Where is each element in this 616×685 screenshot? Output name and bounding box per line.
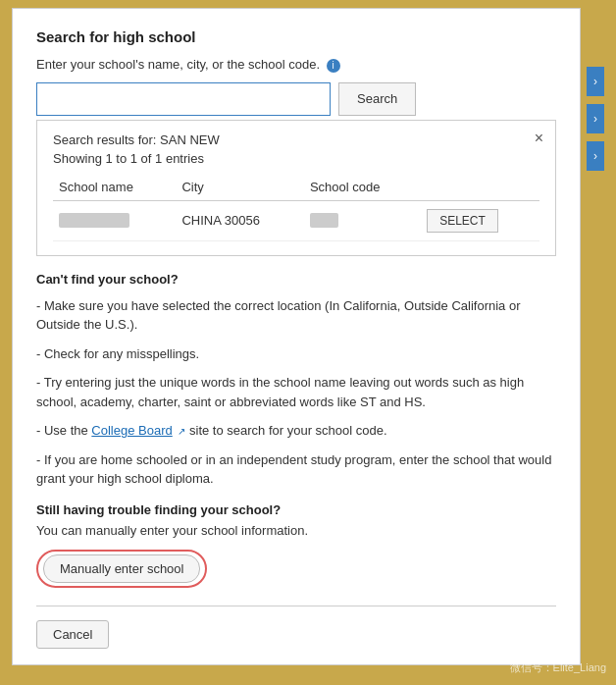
cancel-button[interactable]: Cancel xyxy=(36,620,109,649)
help-section: Can't find your school? - Make sure you … xyxy=(36,272,556,489)
help-tip-2: - Check for any misspellings. xyxy=(36,344,556,364)
chevron-btn-3[interactable]: › xyxy=(587,141,604,171)
col-city: City xyxy=(176,176,304,201)
school-code-blurred xyxy=(310,213,338,228)
manual-section: Still having trouble finding your school… xyxy=(36,502,556,588)
chevron-btn-2[interactable]: › xyxy=(587,104,604,133)
search-row: Search xyxy=(36,82,556,116)
college-board-link[interactable]: College Board xyxy=(91,423,172,438)
manually-enter-school-button[interactable]: Manually enter school xyxy=(43,554,200,583)
school-name-cell xyxy=(53,200,176,240)
col-school-name: School name xyxy=(53,176,176,201)
school-code-cell xyxy=(304,200,421,240)
external-link-icon: ↗ xyxy=(178,426,185,437)
close-button[interactable]: × xyxy=(535,131,543,146)
select-cell: SELECT xyxy=(421,200,539,240)
help-title: Can't find your school? xyxy=(36,272,556,287)
help-tip-1: - Make sure you have selected the correc… xyxy=(36,296,556,335)
manual-title: Still having trouble finding your school… xyxy=(36,502,556,517)
help-tip-4: - Use the College Board ↗ site to search… xyxy=(36,421,556,441)
chevron-btn-1[interactable]: › xyxy=(587,67,604,96)
select-button[interactable]: SELECT xyxy=(427,209,498,233)
manual-btn-circle: Manually enter school xyxy=(36,550,207,588)
subtitle: Enter your school's name, city, or the s… xyxy=(36,57,556,73)
search-button[interactable]: Search xyxy=(338,82,416,116)
manual-desc: You can manually enter your school infor… xyxy=(36,523,556,538)
results-table: School name City School code xyxy=(53,176,539,241)
right-sidebar: › › › xyxy=(587,67,604,171)
watermark: 微信号：Elite_Liang xyxy=(510,660,606,675)
page-title: Search for high school xyxy=(36,28,556,45)
search-input[interactable] xyxy=(36,82,331,116)
divider xyxy=(36,606,556,606)
results-header: Search results for: SAN NEW xyxy=(53,132,539,147)
help-tip-5: - If you are home schooled or in an inde… xyxy=(36,450,556,489)
results-panel: × Search results for: SAN NEW Showing 1 … xyxy=(36,120,556,256)
table-row: CHINA 30056 SELECT xyxy=(53,200,539,240)
col-school-code: School code xyxy=(304,176,421,201)
results-count: Showing 1 to 1 of 1 entries xyxy=(53,151,539,166)
info-icon[interactable]: i xyxy=(327,59,340,73)
school-name-blurred xyxy=(59,213,129,228)
col-action xyxy=(421,176,539,201)
help-tip-3: - Try entering just the unique words in … xyxy=(36,373,556,411)
city-cell: CHINA 30056 xyxy=(176,200,304,240)
